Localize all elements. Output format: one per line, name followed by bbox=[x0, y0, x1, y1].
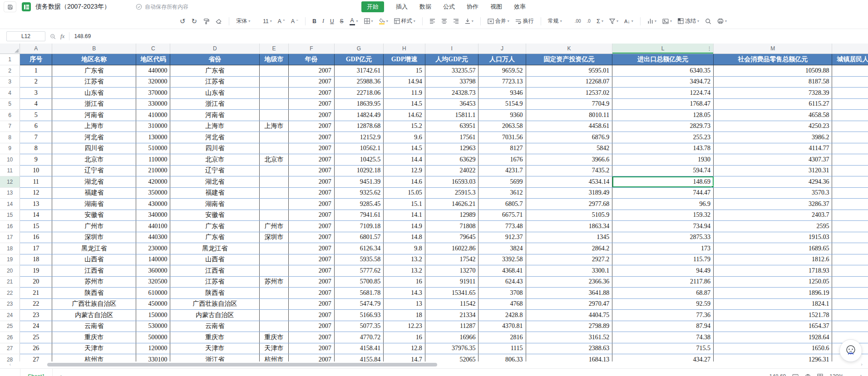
cell-I19[interactable]: 17542 bbox=[425, 254, 478, 265]
cell-F16[interactable]: 2007 bbox=[288, 221, 334, 232]
cell-H18[interactable]: 9.8 bbox=[384, 243, 425, 254]
status-globe-icon[interactable] bbox=[805, 374, 811, 376]
cell-L22[interactable]: 68.87 bbox=[612, 288, 714, 299]
cell-K11[interactable]: 7435.2 bbox=[526, 165, 612, 176]
cell-D3[interactable]: 江苏省 bbox=[170, 76, 260, 88]
column-letter-J[interactable]: J bbox=[478, 44, 526, 54]
header-cell[interactable]: GDP亿元 bbox=[334, 54, 383, 65]
cell-G3[interactable]: 25988.36 bbox=[334, 76, 383, 88]
tab-view[interactable]: 视图 bbox=[490, 3, 502, 11]
image-button[interactable]: ▾ bbox=[662, 19, 672, 24]
cell-I12[interactable]: 16593.03 bbox=[425, 176, 478, 188]
cell-A15[interactable]: 14 bbox=[20, 210, 52, 221]
cell-A21[interactable]: 20 bbox=[20, 276, 52, 288]
cell-A17[interactable]: 16 bbox=[20, 232, 52, 243]
cell-I7[interactable]: 63951 bbox=[425, 121, 478, 132]
cell-M9[interactable]: 4114.77 bbox=[714, 143, 832, 154]
cell-L18[interactable]: 173 bbox=[612, 243, 714, 254]
cell-F4[interactable]: 2007 bbox=[288, 88, 334, 99]
row-number[interactable]: 11 bbox=[0, 165, 20, 176]
cell-K28[interactable]: 1684.13 bbox=[526, 354, 612, 362]
search-button[interactable] bbox=[705, 18, 711, 24]
cell-F7[interactable]: 2007 bbox=[288, 121, 334, 132]
column-letter-B[interactable]: B bbox=[52, 44, 136, 54]
cell-J13[interactable]: 3612 bbox=[478, 187, 526, 199]
cell-G28[interactable]: 4155.84 bbox=[334, 354, 383, 362]
cell-D9[interactable]: 四川省 bbox=[170, 143, 260, 154]
cell-A26[interactable]: 25 bbox=[20, 332, 52, 343]
cell-C14[interactable]: 430000 bbox=[136, 199, 170, 210]
cell-L6[interactable]: 128.05 bbox=[612, 110, 714, 121]
cell-E16[interactable]: 广州市 bbox=[260, 221, 289, 232]
fx-icon[interactable]: fx bbox=[60, 33, 64, 40]
cell-K16[interactable]: 1863.34 bbox=[526, 221, 612, 232]
cell-M8[interactable]: 3986.2 bbox=[714, 132, 832, 143]
cell-J26[interactable]: 2816 bbox=[478, 332, 526, 343]
cell-K26[interactable]: 3161.52 bbox=[526, 332, 612, 343]
cell-D19[interactable]: 山西省 bbox=[170, 254, 260, 265]
cell-B27[interactable]: 天津市 bbox=[52, 343, 136, 354]
cell-B17[interactable]: 深圳市 bbox=[52, 232, 136, 243]
cell-C22[interactable]: 610000 bbox=[136, 288, 170, 299]
cell-E15[interactable] bbox=[260, 210, 289, 221]
cell-K4[interactable]: 12537.02 bbox=[526, 88, 612, 99]
cell-M28[interactable]: 1296.31 bbox=[714, 354, 832, 362]
cell-D4[interactable]: 山东省 bbox=[170, 88, 260, 99]
cell-M25[interactable]: 1654.37 bbox=[714, 321, 832, 332]
cell-E13[interactable] bbox=[260, 187, 289, 199]
cell-A11[interactable]: 10 bbox=[20, 165, 52, 176]
cell-J17[interactable]: 912.37 bbox=[478, 232, 526, 243]
cell-L8[interactable]: 255.23 bbox=[612, 132, 714, 143]
decrease-decimal-button[interactable]: .0 bbox=[587, 19, 591, 24]
underline-button[interactable]: U bbox=[330, 18, 334, 24]
cell-G22[interactable]: 5681.78 bbox=[334, 288, 383, 299]
cell-I15[interactable]: 12989 bbox=[425, 210, 478, 221]
cell-L14[interactable]: 96.9 bbox=[612, 199, 714, 210]
cell-B23[interactable]: 广西壮族自治区 bbox=[52, 298, 136, 310]
cell-K13[interactable]: 3189.49 bbox=[526, 187, 612, 199]
cell-F6[interactable]: 2007 bbox=[288, 110, 334, 121]
cell-C9[interactable]: 510000 bbox=[136, 143, 170, 154]
cell-K10[interactable]: 3966.6 bbox=[526, 154, 612, 166]
cell-L27[interactable]: 715.5 bbox=[612, 343, 714, 354]
cell-B10[interactable]: 北京市 bbox=[52, 154, 136, 166]
column-letter-N[interactable]: N bbox=[832, 44, 868, 54]
cell-K14[interactable]: 2977.68 bbox=[526, 199, 612, 210]
print-button[interactable]: ▾ bbox=[717, 18, 727, 24]
cell-D24[interactable]: 内蒙古自治区 bbox=[170, 310, 260, 321]
cell-A4[interactable]: 3 bbox=[20, 88, 52, 99]
column-letter-K[interactable]: K bbox=[526, 44, 612, 54]
cell-I13[interactable]: 25915.3 bbox=[425, 187, 478, 199]
cell-J15[interactable]: 6675.71 bbox=[478, 210, 526, 221]
cell-N24[interactable] bbox=[832, 310, 868, 321]
cell-N2[interactable] bbox=[832, 65, 868, 77]
cell-E12[interactable] bbox=[260, 176, 289, 188]
align-center-button[interactable] bbox=[441, 19, 447, 24]
cell-C12[interactable]: 420000 bbox=[136, 176, 170, 188]
cell-style-button[interactable]: 样式▾ bbox=[394, 17, 415, 25]
row-number[interactable]: 14 bbox=[0, 199, 20, 210]
cell-A7[interactable]: 6 bbox=[20, 121, 52, 132]
cell-D18[interactable]: 黑龙江省 bbox=[170, 243, 260, 254]
row-number[interactable]: 3 bbox=[0, 76, 20, 88]
cell-H22[interactable]: 14.3 bbox=[384, 288, 425, 299]
cell-C5[interactable]: 330000 bbox=[136, 98, 170, 110]
cell-G17[interactable]: 6801.57 bbox=[334, 232, 383, 243]
cell-C16[interactable]: 440100 bbox=[136, 221, 170, 232]
cell-H13[interactable]: 15.05 bbox=[384, 187, 425, 199]
cell-I4[interactable]: 24328.73 bbox=[425, 88, 478, 99]
cell-M16[interactable]: 2595 bbox=[714, 221, 832, 232]
undo-button[interactable]: ↺ bbox=[180, 18, 186, 24]
cell-M7[interactable]: 4250.23 bbox=[714, 121, 832, 132]
cell-D12[interactable]: 湖北省 bbox=[170, 176, 260, 188]
cell-F22[interactable]: 2007 bbox=[288, 288, 334, 299]
cell-H4[interactable]: 11.9 bbox=[384, 88, 425, 99]
cell-H6[interactable]: 14.62 bbox=[384, 110, 425, 121]
cell-H16[interactable]: 14.9 bbox=[384, 221, 425, 232]
cell-C13[interactable]: 350000 bbox=[136, 187, 170, 199]
decrease-font-button[interactable]: A⁻ bbox=[291, 18, 298, 24]
cell-F28[interactable]: 2007 bbox=[288, 354, 334, 362]
cell-F14[interactable]: 2007 bbox=[288, 199, 334, 210]
cell-J19[interactable]: 3392.58 bbox=[478, 254, 526, 265]
cell-I25[interactable]: 11287 bbox=[425, 321, 478, 332]
